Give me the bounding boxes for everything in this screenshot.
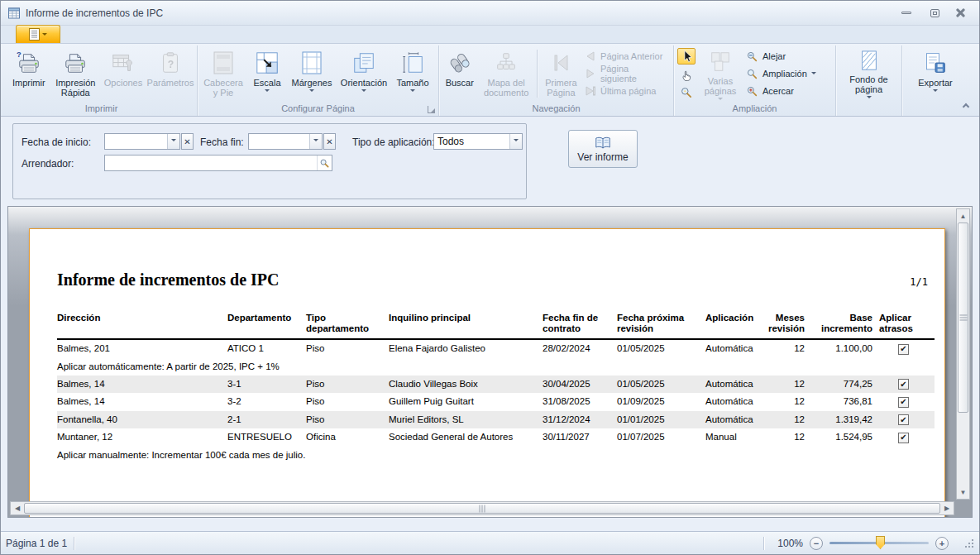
chevron-down-icon[interactable] xyxy=(309,134,322,149)
hand-tool-button[interactable] xyxy=(677,66,696,83)
minimize-icon[interactable] xyxy=(898,7,915,19)
zoom-level-label: 100% xyxy=(777,538,803,549)
hand-icon xyxy=(680,68,694,82)
table-cell: Elena Fajardo Galisteo xyxy=(389,339,543,358)
scroll-left-icon[interactable]: ◀ xyxy=(11,502,24,514)
fecha-inicio-clear-button[interactable]: ✕ xyxy=(181,133,194,150)
horizontal-scrollbar-thumb[interactable] xyxy=(24,503,940,514)
orientation-icon xyxy=(351,50,376,76)
close-icon[interactable] xyxy=(954,7,968,19)
table-cell: Automática xyxy=(705,393,768,411)
previous-page-icon xyxy=(585,50,596,62)
chevron-down-icon xyxy=(361,89,366,94)
zoom-slider[interactable] xyxy=(829,542,929,544)
exportar-button[interactable]: Exportar xyxy=(906,46,964,101)
dialog-launcher-icon[interactable] xyxy=(428,106,435,113)
quick-print-icon xyxy=(63,50,88,76)
zoom-icon xyxy=(746,68,758,80)
collapse-ribbon-button[interactable] xyxy=(959,99,973,111)
table-cell: ✔ xyxy=(879,393,935,411)
zoom-out-button[interactable]: − xyxy=(810,537,823,550)
scroll-right-icon[interactable]: ▶ xyxy=(940,502,954,514)
zoom-tool-button[interactable] xyxy=(677,84,696,101)
buscar-button[interactable]: Buscar xyxy=(441,46,479,101)
fecha-inicio-input[interactable] xyxy=(104,133,180,150)
table-cell: 1.100,00 xyxy=(811,339,879,358)
table-cell: Piso xyxy=(306,393,389,411)
scroll-up-icon[interactable]: ▲ xyxy=(957,209,969,222)
table-cell: 31/08/2025 xyxy=(543,393,617,411)
table-cell: Piso xyxy=(306,411,389,429)
alejar-button[interactable]: Alejar xyxy=(743,49,821,65)
column-header: Meses revisión xyxy=(768,311,811,339)
table-cell: Claudio Villegas Boix xyxy=(389,376,543,394)
pointer-tool-button[interactable] xyxy=(677,48,696,65)
table-cell: Automática xyxy=(705,411,768,429)
first-page-icon xyxy=(549,50,572,76)
status-bar: Página 1 de 1 100% − + xyxy=(1,531,979,554)
column-header: Aplicar atrasos xyxy=(879,311,935,339)
column-header: Fecha próxima revisión xyxy=(617,311,705,339)
fondo-de-pagina-button[interactable]: Fondo de página xyxy=(840,46,898,101)
mapa-del-documento-button: Mapa del documento xyxy=(479,46,534,101)
vertical-scrollbar-thumb[interactable] xyxy=(958,222,968,413)
table-cell: Muriel Editors, SL xyxy=(389,411,543,429)
tipo-aplicacion-select[interactable]: Todos xyxy=(433,133,523,150)
arrendador-input[interactable] xyxy=(104,155,332,171)
margins-icon xyxy=(300,50,323,76)
scroll-down-icon[interactable]: ▼ xyxy=(957,486,969,499)
impresion-rapida-button[interactable]: Impresión Rápida xyxy=(50,46,101,101)
application-menu-tab[interactable] xyxy=(16,25,60,43)
table-cell: 12 xyxy=(768,376,811,394)
app-window: Informe de incrementos de IPC ? Imprimir xyxy=(0,0,980,555)
escala-button[interactable]: Escala xyxy=(247,46,287,101)
ribbon-group-navegacion: Buscar Mapa del documento Primera Página xyxy=(439,45,674,116)
ribbon-group-ampliacion: Varias páginas Alejar Ampliación xyxy=(674,45,836,116)
restore-icon[interactable] xyxy=(926,7,943,19)
horizontal-scrollbar[interactable]: ◀ ▶ xyxy=(10,501,954,515)
ribbon-group-fondo: Fondo de página xyxy=(836,45,902,116)
zoom-slider-thumb[interactable] xyxy=(876,536,885,549)
zoom-in-icon xyxy=(746,85,758,98)
filter-panel: Fecha de inicio: ✕ Fecha fin: ✕ Tipo de … xyxy=(12,123,527,199)
table-row: Muntaner, 12ENTRESUELOOficinaSociedad Ge… xyxy=(57,428,935,447)
chevron-up-icon xyxy=(963,103,969,109)
zoom-in-button[interactable]: + xyxy=(935,537,949,550)
fecha-inicio-label: Fecha de inicio: xyxy=(22,136,91,148)
chevron-down-icon[interactable] xyxy=(509,134,522,149)
svg-text:?: ? xyxy=(168,59,174,70)
table-cell: Muntaner, 12 xyxy=(57,428,227,447)
table-row: Fontanella, 402-1PisoMuriel Editors, SL3… xyxy=(57,411,935,429)
resize-grip[interactable] xyxy=(963,538,974,548)
chevron-down-icon xyxy=(811,72,816,77)
chevron-down-icon xyxy=(410,89,415,94)
print-icon: ? xyxy=(17,50,41,76)
table-cell: 3-2 xyxy=(227,393,306,411)
fecha-fin-clear-button[interactable]: ✕ xyxy=(323,133,336,150)
table-cell: 01/05/2025 xyxy=(617,376,705,394)
acercar-button[interactable]: Acercar xyxy=(743,84,821,99)
arrendador-label: Arrendador: xyxy=(22,158,74,170)
binoculars-icon xyxy=(447,50,472,76)
ver-informe-button[interactable]: Ver informe xyxy=(568,130,638,168)
vertical-scrollbar[interactable]: ▲ ▼ xyxy=(956,208,970,500)
chevron-down-icon xyxy=(265,89,270,94)
imprimir-button[interactable]: ? Imprimir xyxy=(7,46,50,101)
group-label-imprimir: Imprimir xyxy=(7,103,195,116)
chevron-down-icon xyxy=(309,89,314,94)
margenes-button[interactable]: Márgenes xyxy=(287,46,337,101)
orientacion-button[interactable]: Orientación xyxy=(337,46,391,101)
magnifier-icon xyxy=(680,86,693,99)
table-cell: 2-1 xyxy=(227,411,306,429)
table-cell: Manual xyxy=(705,428,768,447)
lookup-magnifier-icon[interactable] xyxy=(317,155,332,170)
table-cell: Balmes, 14 xyxy=(57,376,227,394)
page-indicator: 1/1 xyxy=(910,276,928,288)
fecha-fin-input[interactable] xyxy=(248,133,323,150)
chevron-down-icon[interactable] xyxy=(167,134,179,149)
table-cell: ATICO 1 xyxy=(227,339,306,358)
table-cell: 3-1 xyxy=(227,376,306,394)
ampliacion-button[interactable]: Ampliación xyxy=(743,66,821,82)
tamano-button[interactable]: Tamaño xyxy=(391,46,434,101)
table-row: Balmes, 143-2PisoGuillem Puig Guitart31/… xyxy=(57,393,935,411)
